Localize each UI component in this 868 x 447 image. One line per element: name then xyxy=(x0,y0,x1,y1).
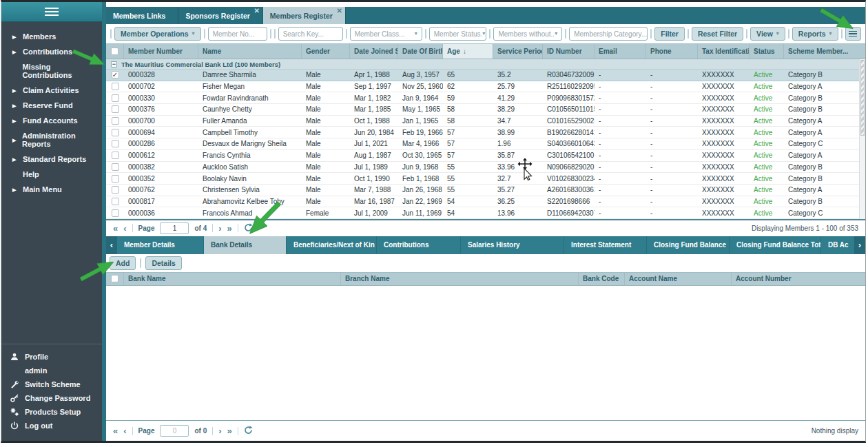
sidebar-item-logout[interactable]: Log out xyxy=(1,419,102,433)
membership-category-select[interactable]: Membership Category... ▾ xyxy=(569,27,648,41)
row-checkbox[interactable] xyxy=(112,163,119,171)
vertical-scrollbar[interactable] xyxy=(859,59,865,219)
scrollbar-thumb[interactable] xyxy=(860,60,865,136)
reset-filter-button[interactable]: Reset Filter xyxy=(692,27,743,41)
col-scheme-membership[interactable]: Scheme Member... xyxy=(784,44,865,59)
col-status[interactable]: Status xyxy=(750,44,784,59)
member-no-input[interactable] xyxy=(208,27,267,41)
prev-page-icon[interactable]: ‹ xyxy=(123,224,126,233)
row-checkbox[interactable] xyxy=(112,117,119,125)
detail-tab[interactable]: Interest Statement xyxy=(564,236,647,254)
col-name[interactable]: Name xyxy=(198,44,302,59)
sidebar-item-products-setup[interactable]: Products Setup xyxy=(1,405,102,419)
col-bank-name[interactable]: Bank Name xyxy=(124,273,341,285)
col-age[interactable]: Age ↓ xyxy=(443,44,493,59)
tab-members-register[interactable]: Members Register ✕ xyxy=(263,7,346,24)
member-row[interactable]: 0000612 Francis Cynthia Male Aug 1, 1987… xyxy=(106,150,865,162)
member-row[interactable]: 0000286 Desvaux de Marigny Sheila Male J… xyxy=(106,138,865,150)
row-checkbox[interactable] xyxy=(112,198,119,205)
detail-tab[interactable]: Closing Fund Balance xyxy=(647,236,730,254)
hamburger-menu-icon[interactable] xyxy=(45,8,59,16)
last-page-icon[interactable]: » xyxy=(227,224,232,233)
sidebar-item-change-password[interactable]: Change Password xyxy=(1,391,102,405)
col-phone[interactable]: Phone xyxy=(646,44,698,59)
member-row[interactable]: 0000700 Fuller Amanda Male Oct 1, 1988 J… xyxy=(106,116,865,127)
group-row[interactable]: − The Mauritius Commercial Bank Ltd (100… xyxy=(106,59,865,70)
next-page-icon[interactable]: › xyxy=(218,224,221,233)
member-row[interactable]: 0000376 Caunhye Chetty Male Mar 1, 1985 … xyxy=(106,104,865,116)
member-row[interactable]: 0000036 Francois Ahmad Female Jul 1, 200… xyxy=(106,207,865,219)
col-date-joined[interactable]: Date Joined Sch... xyxy=(350,44,398,59)
sidebar-item[interactable]: ▶ Reserve Fund xyxy=(1,98,102,113)
member-row[interactable]: 0000352 Boolaky Navin Male Oct 1, 1990 F… xyxy=(106,173,865,185)
sidebar-item[interactable]: ▶ Fund Accounts xyxy=(1,113,102,128)
filter-button[interactable]: Filter xyxy=(654,27,685,41)
row-checkbox[interactable] xyxy=(112,94,119,102)
member-row[interactable]: 0000817 Abrahamovitz Kelbee Toby Male Ma… xyxy=(106,196,865,208)
next-page-icon[interactable]: › xyxy=(218,426,221,435)
add-button[interactable]: Add xyxy=(110,256,136,270)
page-number-input[interactable] xyxy=(160,222,189,234)
member-class-select[interactable]: Member Class... ▾ xyxy=(350,27,422,41)
row-checkbox[interactable] xyxy=(112,209,119,217)
view-button[interactable]: View ▾ xyxy=(750,27,785,41)
col-bank-code[interactable]: Bank Code xyxy=(579,273,625,285)
bank-select-all-checkbox[interactable] xyxy=(111,275,118,282)
detail-tab[interactable]: Contributions xyxy=(377,236,461,254)
detail-tab[interactable]: Closing Fund Balance Total xyxy=(730,236,821,254)
row-checkbox[interactable] xyxy=(112,152,119,159)
last-page-icon[interactable]: » xyxy=(227,426,232,435)
col-gender[interactable]: Gender xyxy=(302,44,350,59)
sidebar-item-profile[interactable]: Profile xyxy=(1,350,102,364)
col-account-number[interactable]: Account Number xyxy=(732,273,865,285)
sidebar-item[interactable]: ▶ Help xyxy=(1,167,102,182)
reports-button[interactable]: Reports ▾ xyxy=(792,27,838,41)
detail-tab[interactable]: Beneficiaries/Next of Kin xyxy=(287,236,377,254)
scroll-tabs-right-icon[interactable]: › xyxy=(854,236,865,254)
tab-members-links[interactable]: Members Links xyxy=(106,7,178,24)
detail-tab[interactable]: Bank Details xyxy=(204,236,287,254)
tab-sponsors-register[interactable]: Sponsors Register ✕ xyxy=(178,7,262,24)
close-icon[interactable]: ✕ xyxy=(254,8,259,14)
grid-menu-button[interactable] xyxy=(845,27,861,41)
refresh-icon[interactable] xyxy=(244,223,253,233)
scroll-tabs-left-icon[interactable]: ‹ xyxy=(106,236,117,254)
col-id-number[interactable]: ID Number xyxy=(543,44,595,59)
prev-page-icon[interactable]: ‹ xyxy=(123,426,126,435)
collapse-group-icon[interactable]: − xyxy=(111,61,117,67)
sidebar-header[interactable] xyxy=(1,2,102,22)
col-date-of-birth[interactable]: Date Of Birth xyxy=(398,44,443,59)
col-account-name[interactable]: Account Name xyxy=(625,273,732,285)
sidebar-item[interactable]: ▶ Standard Reports xyxy=(1,152,102,167)
sidebar-item[interactable]: ▶ Missing Contributions xyxy=(1,59,102,83)
member-row[interactable]: 0000328 Damree Sharmila Male Apr 1, 1988… xyxy=(106,70,865,81)
row-checkbox[interactable] xyxy=(112,129,119,136)
detail-tab[interactable]: Salaries History xyxy=(461,236,564,254)
member-row[interactable]: 0000694 Campbell Timothy Male Jun 20, 19… xyxy=(106,127,865,138)
first-page-icon[interactable]: « xyxy=(113,224,118,233)
member-row[interactable]: 0000382 Auckloo Satish Male Jul 1, 1989 … xyxy=(106,162,865,174)
member-status-select[interactable]: Member Status. ▾ xyxy=(429,27,487,41)
page-number-input[interactable] xyxy=(160,425,189,437)
col-tax-id[interactable]: Tax Identificatio... xyxy=(698,44,750,59)
header-checkbox-cell[interactable] xyxy=(106,44,124,59)
search-key-input[interactable] xyxy=(278,27,343,41)
sidebar-item-switch-scheme[interactable]: Switch Scheme xyxy=(1,377,102,391)
member-operations-button[interactable]: Member Operations ▾ xyxy=(114,27,201,41)
close-icon[interactable]: ✕ xyxy=(336,8,342,14)
refresh-icon[interactable] xyxy=(244,426,253,436)
detail-tab[interactable]: DB Ac xyxy=(821,236,854,254)
col-member-number[interactable]: Member Number xyxy=(124,44,198,59)
col-service-period[interactable]: Service Period xyxy=(493,44,543,59)
sidebar-item[interactable]: ▶ Main Menu xyxy=(1,182,102,197)
row-checkbox[interactable] xyxy=(112,105,119,113)
row-checkbox[interactable] xyxy=(112,140,119,147)
bank-header-checkbox-cell[interactable] xyxy=(106,273,124,285)
sidebar-item[interactable]: ▶ Claim Activities xyxy=(1,83,102,98)
detail-tab[interactable]: Member Details xyxy=(117,236,204,254)
row-checkbox[interactable] xyxy=(112,71,119,79)
member-row[interactable]: 0000702 Fisher Megan Male Sep 1, 1997 No… xyxy=(106,81,865,93)
col-email[interactable]: Email xyxy=(595,44,646,59)
col-branch-name[interactable]: Branch Name xyxy=(341,273,579,285)
sidebar-item[interactable]: ▶ Administration Reports xyxy=(1,128,102,152)
